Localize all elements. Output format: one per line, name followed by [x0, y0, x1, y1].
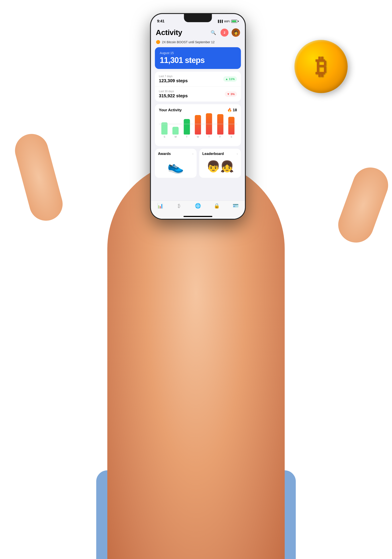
tab-bitcoin[interactable]: ₿ [170, 203, 188, 209]
phone-screen: 9:41 ▐▐▐ WiFi Activity [151, 14, 245, 219]
leaderboard-card[interactable]: Leaderboard › 👦👧 [199, 149, 241, 178]
bitcoin-symbol: ₿ [316, 54, 327, 79]
app-header: Activity 🔍 2 👩 [151, 26, 245, 38]
phone-notch [184, 14, 212, 22]
activity-chart: S M T [159, 116, 237, 142]
activity-header: Your Activity 🔥 18 [159, 108, 237, 112]
stat-7days-badge: ▲ 11% [223, 76, 237, 82]
bar-wednesday-label: W [197, 135, 199, 138]
stat-row-7days: Last 7 days 123,309 steps ▲ 11% [155, 72, 241, 87]
bar-saturday: S [226, 117, 237, 138]
bar-thursday-label: T [208, 135, 210, 138]
steps-date: August 15 [160, 51, 236, 55]
avatar-image: 👩 [233, 30, 238, 35]
stat-7days-value: 123,309 steps [159, 78, 188, 83]
stat-30days-label: Last 30 days [159, 90, 188, 93]
streak-count: 18 [233, 108, 237, 112]
stat-30days-info: Last 30 days 315,922 steps [159, 90, 188, 98]
tab-lock[interactable]: 🔒 [207, 203, 226, 209]
stat-7days-label: Last 7 days [159, 75, 188, 78]
tab-profile-icon: 🪪 [233, 203, 239, 209]
battery-body [231, 20, 237, 23]
tab-activity-icon: 📊 [157, 203, 163, 209]
tab-bitcoin-icon: ₿ [178, 203, 180, 209]
bar-sunday-fill [161, 122, 168, 135]
chart-baseline [159, 124, 237, 124]
status-time: 9:41 [157, 19, 165, 24]
bar-friday-label: F [220, 135, 221, 138]
people-icon: 👦👧 [206, 160, 234, 173]
boost-text: 2X Bitcoin BOOST until September 12 [162, 40, 215, 44]
awards-title: Awards [158, 152, 171, 156]
bar-wednesday-fill [195, 115, 201, 135]
activity-title: Your Activity [159, 108, 182, 112]
bar-monday-label: M [175, 135, 177, 138]
bar-tuesday: T [181, 119, 192, 138]
steps-card: August 15 11,301 steps [155, 47, 241, 69]
stat-7days-info: Last 7 days 123,309 steps [159, 75, 188, 83]
scene: ₿ 9:41 ▐▐▐ WiFi [0, 0, 392, 559]
home-indicator [184, 216, 212, 217]
bar-saturday-label: S [231, 135, 232, 138]
status-icons: ▐▐▐ WiFi [217, 20, 239, 23]
bar-sunday-label: S [164, 135, 165, 138]
app-content: Activity 🔍 2 👩 🟠 2X Bitcoin BOOST u [151, 26, 245, 219]
boost-banner: 🟠 2X Bitcoin BOOST until September 12 [151, 38, 245, 46]
header-actions: 🔍 2 👩 [210, 28, 240, 37]
leaderboard-image-area: 👦👧 [202, 158, 238, 175]
wifi-icon: WiFi [224, 20, 230, 23]
awards-chevron-icon: › [192, 152, 193, 156]
bar-thursday: T [204, 113, 215, 138]
awards-image-area: 👟 [158, 158, 194, 175]
stat-30days-value: 315,922 steps [159, 93, 188, 98]
phone-device: 9:41 ▐▐▐ WiFi Activity [150, 13, 246, 219]
leaderboard-chevron-icon: › [237, 152, 238, 156]
thumb [11, 130, 66, 224]
awards-card[interactable]: Awards › 👟 [155, 149, 197, 178]
hand-body [107, 160, 285, 559]
battery-cap [238, 21, 239, 22]
bar-monday-fill [172, 127, 179, 135]
bar-friday-fill [217, 114, 223, 135]
awards-card-header: Awards › [158, 152, 194, 156]
bar-wednesday: W [192, 115, 203, 138]
leaderboard-card-header: Leaderboard › [202, 152, 238, 156]
search-icon: 🔍 [211, 30, 216, 35]
bar-saturday-fill [228, 117, 234, 135]
avatar[interactable]: 👩 [232, 28, 240, 37]
stats-section: Last 7 days 123,309 steps ▲ 11% Last 30 … [155, 72, 241, 102]
tab-lock-icon: 🔒 [214, 203, 220, 209]
stat-30days-badge: ▼ 3% [224, 91, 237, 97]
tab-profile[interactable]: 🪪 [226, 203, 245, 209]
bitcoin-boost-icon: 🟠 [156, 40, 160, 44]
bar-tuesday-fill [184, 119, 190, 135]
signal-icon: ▐▐▐ [217, 20, 223, 23]
steps-count: 11,301 steps [160, 56, 236, 65]
tab-activity[interactable]: 📊 [151, 203, 170, 209]
streak-badge: 🔥 18 [227, 108, 237, 112]
bar-tuesday-label: T [186, 135, 187, 138]
battery-fill [232, 20, 236, 22]
page-title: Activity [156, 28, 182, 37]
sneaker-icon: 👟 [168, 158, 184, 174]
bar-friday: F [215, 114, 226, 138]
leaderboard-title: Leaderboard [202, 152, 224, 156]
notification-button[interactable]: 2 [221, 28, 229, 37]
activity-section: Your Activity 🔥 18 S [155, 104, 241, 146]
battery-indicator [231, 20, 239, 23]
bar-monday: M [170, 127, 181, 138]
tab-explore-icon: 🌐 [195, 203, 201, 209]
bottom-cards: Awards › 👟 Leaderboard › [155, 149, 241, 178]
search-button[interactable]: 🔍 [210, 28, 217, 37]
fire-icon: 🔥 [227, 108, 232, 112]
bar-sunday: S [159, 122, 170, 138]
fingers [333, 162, 392, 248]
stat-row-30days: Last 30 days 315,922 steps ▼ 3% [155, 87, 241, 102]
bitcoin-coin: ₿ [294, 40, 348, 93]
tab-explore[interactable]: 🌐 [188, 203, 207, 209]
